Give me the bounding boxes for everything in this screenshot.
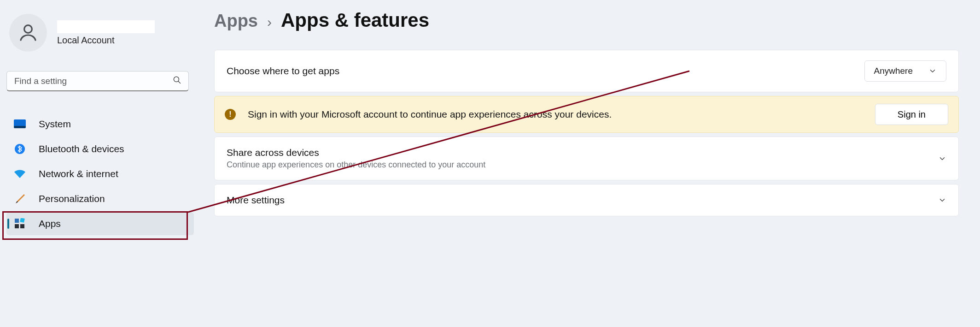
breadcrumb-parent[interactable]: Apps [214,11,258,31]
nav-list: System Bluetooth & devices Network & int… [6,113,194,235]
bluetooth-icon [13,143,27,155]
search-input[interactable] [6,71,189,91]
share-devices-title: Share across devices [227,147,929,158]
account-name-redacted [57,20,155,33]
sidebar-item-network[interactable]: Network & internet [6,162,194,185]
sidebar-item-system[interactable]: System [6,113,194,136]
nav-label: Network & internet [39,168,118,179]
svg-line-2 [178,81,180,83]
svg-rect-6 [15,219,19,223]
share-devices-expander[interactable]: Share across devices Continue app experi… [215,137,958,180]
nav-label: Apps [39,218,61,229]
account-block[interactable]: Local Account [6,11,194,60]
account-type-label: Local Account [57,35,155,46]
info-icon: ! [225,109,236,120]
svg-point-0 [24,25,32,33]
search-wrap [6,71,189,91]
svg-rect-7 [15,224,19,228]
choose-apps-dropdown[interactable]: Anywhere [864,60,947,82]
paintbrush-icon [13,193,27,205]
nav-label: Personalization [39,193,105,204]
wifi-icon [13,169,27,178]
svg-point-5 [15,144,25,154]
main-content: Apps › Apps & features Choose where to g… [200,0,980,327]
sidebar-item-bluetooth[interactable]: Bluetooth & devices [6,137,194,161]
dropdown-value: Anywhere [874,66,913,76]
svg-point-1 [174,77,179,82]
sidebar-item-personalization[interactable]: Personalization [6,187,194,210]
person-icon [17,22,39,44]
card-share-devices: Share across devices Continue app experi… [214,137,959,180]
avatar [9,14,47,52]
sign-in-button[interactable]: Sign in [875,104,948,125]
card-choose-apps: Choose where to get apps Anywhere [214,50,959,92]
search-icon [173,76,181,87]
banner-text: Sign in with your Microsoft account to c… [248,109,863,120]
page-title: Apps & features [281,9,429,31]
chevron-down-icon [938,155,946,163]
signin-banner: ! Sign in with your Microsoft account to… [214,96,959,133]
nav-label: System [39,119,71,130]
more-settings-expander[interactable]: More settings [215,184,958,216]
chevron-down-icon [938,196,946,204]
breadcrumb: Apps › Apps & features [214,9,959,31]
choose-apps-label: Choose where to get apps [227,65,855,77]
svg-rect-4 [14,126,26,128]
display-icon [13,119,27,129]
more-settings-title: More settings [227,195,929,206]
svg-rect-8 [20,224,24,228]
share-devices-subtitle: Continue app experiences on other device… [227,160,929,170]
chevron-down-icon [928,67,937,75]
settings-sidebar: Local Account System [0,0,200,327]
chevron-right-icon: › [267,14,272,30]
svg-rect-9 [20,218,25,223]
apps-icon [13,218,27,229]
nav-label: Bluetooth & devices [39,143,124,155]
card-more-settings: More settings [214,184,959,216]
account-text: Local Account [57,20,155,46]
sidebar-item-apps[interactable]: Apps [6,212,194,235]
